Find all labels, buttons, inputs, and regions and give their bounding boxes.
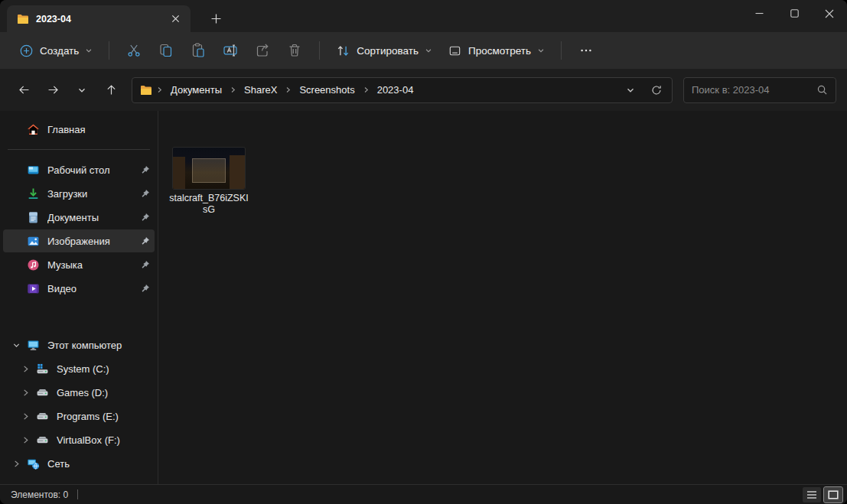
address-history-button[interactable] (620, 80, 641, 101)
see-more-button[interactable] (571, 37, 601, 63)
create-label: Создать (40, 45, 79, 57)
recent-locations-button[interactable] (69, 78, 95, 102)
file-thumbnail (173, 148, 245, 189)
plus-circle-icon (19, 44, 34, 58)
tab-2023-04[interactable]: 2023-04 (7, 5, 191, 32)
cut-button[interactable] (119, 37, 149, 63)
pin-icon (140, 284, 150, 294)
breadcrumb-item[interactable]: Документы (165, 82, 227, 98)
tab-strip: 2023-04 (0, 0, 847, 32)
sidebar-item-home[interactable]: Главная (3, 118, 155, 141)
chevron-down-icon (537, 47, 545, 54)
expander-chevron-down-icon[interactable] (6, 341, 26, 350)
sidebar-item-label: System (C:) (57, 363, 150, 375)
breadcrumb-item[interactable]: Screenshots (294, 82, 360, 98)
copy-icon (158, 43, 174, 58)
breadcrumb-item[interactable]: ShareX (239, 82, 282, 98)
chevron-down-icon (85, 47, 93, 54)
minimize-button[interactable] (741, 0, 777, 27)
copy-button[interactable] (151, 37, 181, 63)
sidebar-item-documents[interactable]: Документы (3, 206, 155, 229)
back-arrow-icon (18, 83, 31, 96)
breadcrumb-chevron-icon[interactable] (155, 86, 164, 93)
expander-chevron-right-icon[interactable] (15, 412, 35, 421)
large-thumbnails-view-button[interactable] (824, 487, 842, 502)
toolbar-divider (109, 41, 109, 60)
sidebar-item-drive-f[interactable]: VirtualBox (F:) (3, 428, 155, 451)
up-button[interactable] (98, 78, 124, 102)
breadcrumb-chevron-icon[interactable] (284, 86, 292, 93)
chevron-down-icon (626, 86, 635, 95)
details-view-icon (806, 490, 817, 499)
details-view-button[interactable] (803, 487, 821, 502)
close-button[interactable] (812, 0, 847, 27)
forward-button[interactable] (40, 78, 66, 102)
view-button[interactable]: Просмотреть (441, 37, 552, 63)
paste-button[interactable] (183, 37, 213, 63)
sidebar-item-music[interactable]: Музыка (3, 253, 155, 276)
desktop-icon (26, 163, 40, 177)
back-button[interactable] (11, 78, 37, 102)
expander-chevron-right-icon[interactable] (15, 365, 35, 373)
sidebar-item-drive-d[interactable]: Games (D:) (3, 381, 155, 404)
rename-button[interactable] (215, 37, 246, 63)
system-drive-icon (35, 362, 49, 376)
thumbnail-highlight-region (192, 158, 225, 183)
toolbar-divider (561, 41, 562, 60)
downloads-icon (26, 187, 40, 200)
main-area: Главная Рабочий стол Загрузки (0, 111, 847, 484)
search-input[interactable] (692, 84, 812, 96)
files-view[interactable]: stalcraft_B76iZSKIsG (158, 111, 847, 484)
network-icon (26, 457, 40, 470)
breadcrumb-chevron-icon[interactable] (362, 86, 370, 93)
share-button[interactable] (247, 37, 278, 63)
sidebar-item-label: Сеть (47, 458, 150, 470)
tab-close-icon[interactable] (166, 10, 184, 28)
command-bar: Создать Сортировать (0, 32, 847, 69)
large-thumbnails-view-icon (828, 490, 839, 499)
maximize-button[interactable] (777, 0, 812, 27)
breadcrumb-chevron-icon[interactable] (229, 86, 237, 93)
sort-arrows-icon (336, 44, 350, 58)
drive-icon (35, 409, 49, 423)
sidebar-item-label: Рабочий стол (47, 164, 140, 176)
sidebar-item-videos[interactable]: Видео (3, 277, 155, 300)
sidebar-item-drive-e[interactable]: Programs (E:) (3, 405, 155, 428)
breadcrumb-item[interactable]: 2023-04 (372, 82, 419, 98)
drive-icon (35, 433, 49, 447)
refresh-icon (650, 84, 663, 96)
search-box (683, 77, 836, 103)
pin-icon (140, 213, 150, 223)
create-button[interactable]: Создать (12, 37, 99, 63)
computer-icon (26, 338, 40, 352)
file-item[interactable]: stalcraft_B76iZSKIsG (166, 146, 252, 217)
pin-icon (140, 236, 150, 246)
sidebar-spacer (0, 301, 158, 333)
cut-icon (126, 43, 142, 58)
expander-chevron-right-icon[interactable] (6, 460, 26, 468)
drive-icon (35, 385, 49, 399)
refresh-button[interactable] (646, 80, 667, 101)
address-bar[interactable]: Документы ShareX Screenshots 2023-04 (132, 77, 673, 103)
sidebar-item-downloads[interactable]: Загрузки (3, 182, 155, 205)
new-tab-button[interactable] (204, 7, 227, 30)
sidebar-item-pictures[interactable]: Изображения (3, 229, 155, 252)
items-count: Элементов: 0 (11, 489, 68, 500)
folder-icon (140, 84, 152, 96)
sort-button[interactable]: Сортировать (329, 37, 439, 63)
delete-button[interactable] (279, 37, 310, 63)
music-icon (26, 258, 40, 272)
paste-icon (191, 43, 206, 58)
sidebar-divider (8, 149, 150, 150)
status-bar: Элементов: 0 (0, 484, 847, 504)
sidebar-item-drive-c[interactable]: System (C:) (3, 357, 155, 380)
sidebar-item-label: Этот компьютер (47, 340, 150, 351)
expander-chevron-right-icon[interactable] (15, 436, 35, 444)
sidebar-item-network[interactable]: Сеть (3, 452, 155, 475)
sidebar-item-desktop[interactable]: Рабочий стол (3, 158, 155, 181)
sidebar-item-this-pc[interactable]: Этот компьютер (3, 333, 155, 356)
chevron-down-icon (77, 86, 86, 95)
search-icon[interactable] (816, 84, 828, 96)
expander-chevron-right-icon[interactable] (15, 389, 35, 397)
forward-arrow-icon (47, 83, 60, 96)
